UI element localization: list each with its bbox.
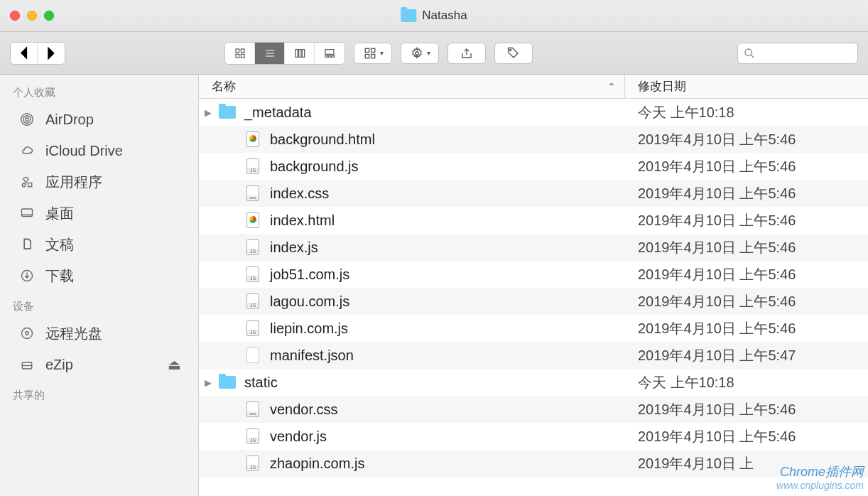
svg-rect-12	[329, 55, 331, 57]
view-icons-button[interactable]	[225, 43, 255, 64]
file-name: vendor.js	[270, 428, 327, 445]
column-headers: 名称 ⌃ 修改日期	[199, 75, 868, 99]
file-date: 2019年4月10日 上午5:46	[625, 319, 868, 338]
disclosure-triangle[interactable]: ▶	[202, 377, 215, 388]
eject-icon[interactable]: ⏏	[168, 356, 181, 373]
sidebar-item-icloud[interactable]: iCloud Drive	[0, 135, 198, 166]
name-cell: ▶_metadata	[199, 104, 625, 121]
file-name: vendor.css	[270, 401, 338, 418]
file-date: 今天 上午10:18	[625, 103, 868, 122]
share-button[interactable]	[447, 43, 486, 64]
file-date: 2019年4月10日 上午5:46	[625, 400, 868, 419]
icloud-icon	[17, 141, 37, 161]
svg-rect-16	[365, 54, 369, 58]
desktop-icon	[17, 203, 37, 223]
file-name: index.html	[270, 212, 335, 229]
sidebar-item-drive[interactable]: eZip⏏	[0, 349, 198, 380]
disclosure-triangle[interactable]: ▶	[202, 107, 215, 118]
svg-point-20	[509, 49, 511, 50]
file-date: 2019年4月10日 上午5:46	[625, 130, 868, 149]
back-button[interactable]	[11, 43, 38, 64]
column-date[interactable]: 修改日期	[625, 75, 868, 98]
sidebar-item-label: 远程光盘	[45, 324, 102, 343]
file-row[interactable]: zhaopin.com.js2019年4月10日 上	[199, 450, 868, 477]
sidebar-item-label: 应用程序	[45, 173, 102, 192]
file-row[interactable]: index.html2019年4月10日 上午5:46	[199, 207, 868, 234]
column-name[interactable]: 名称 ⌃	[199, 75, 625, 98]
sidebar-item-documents[interactable]: 文稿	[0, 229, 198, 260]
sidebar-item-disc[interactable]: 远程光盘	[0, 318, 198, 349]
file-date: 2019年4月10日 上午5:46	[625, 427, 868, 446]
svg-point-33	[26, 332, 29, 335]
action-menu-button[interactable]: ▾	[401, 43, 439, 64]
titlebar: Natasha	[0, 0, 868, 32]
sidebar-item-downloads[interactable]: 下载	[0, 260, 198, 291]
css-file-icon	[244, 185, 261, 202]
view-gallery-button[interactable]	[315, 43, 345, 64]
file-row[interactable]: liepin.com.js2019年4月10日 上午5:46	[199, 315, 868, 342]
main: 个人收藏AirDropiCloud Drive应用程序桌面文稿下载设备远程光盘e…	[0, 75, 868, 496]
html-file-icon	[244, 212, 261, 229]
view-list-button[interactable]	[255, 43, 285, 64]
search-input[interactable]	[737, 43, 858, 64]
file-row[interactable]: vendor.js2019年4月10日 上午5:46	[199, 423, 868, 450]
svg-line-22	[751, 55, 754, 58]
name-cell: vendor.css	[199, 401, 625, 418]
svg-point-24	[23, 116, 31, 124]
js-file-icon	[244, 320, 261, 337]
file-row[interactable]: background.html2019年4月10日 上午5:46	[199, 126, 868, 153]
window-title-text: Natasha	[422, 9, 467, 23]
file-row[interactable]: manifest.json2019年4月10日 上午5:47	[199, 342, 868, 369]
file-name: lagou.com.js	[270, 293, 349, 310]
file-date: 2019年4月10日 上午5:46	[625, 184, 868, 203]
name-cell: liepin.com.js	[199, 320, 625, 337]
maximize-button[interactable]	[44, 11, 54, 21]
name-cell: zhaopin.com.js	[199, 455, 625, 472]
folder-icon	[219, 374, 236, 391]
svg-rect-9	[302, 49, 304, 57]
file-row[interactable]: job51.com.js2019年4月10日 上午5:46	[199, 261, 868, 288]
toolbar: ▾ ▾	[0, 32, 868, 75]
js-file-icon	[244, 158, 261, 175]
minimize-button[interactable]	[27, 11, 37, 21]
sidebar-section-header: 共享的	[0, 380, 198, 406]
forward-button[interactable]	[38, 43, 65, 64]
sidebar-item-airdrop[interactable]: AirDrop	[0, 104, 198, 135]
file-row[interactable]: ▶static今天 上午10:18	[199, 369, 868, 396]
view-columns-button[interactable]	[285, 43, 315, 64]
file-name: index.css	[270, 185, 329, 202]
documents-icon	[17, 234, 37, 254]
html-file-icon	[244, 131, 261, 148]
svg-rect-10	[325, 49, 334, 54]
file-row[interactable]: vendor.css2019年4月10日 上午5:46	[199, 396, 868, 423]
js-file-icon	[244, 239, 261, 256]
file-row[interactable]: lagou.com.js2019年4月10日 上午5:46	[199, 288, 868, 315]
file-row[interactable]: ▶_metadata今天 上午10:18	[199, 99, 868, 126]
window-controls	[0, 11, 54, 21]
sidebar-section-header: 个人收藏	[0, 77, 198, 104]
file-date: 2019年4月10日 上午5:46	[625, 211, 868, 230]
svg-rect-8	[298, 49, 300, 57]
sidebar-item-label: iCloud Drive	[45, 143, 123, 159]
file-row[interactable]: index.js2019年4月10日 上午5:46	[199, 234, 868, 261]
sidebar-item-label: AirDrop	[45, 112, 94, 128]
disc-icon	[17, 323, 37, 343]
search-icon	[744, 48, 755, 59]
tags-button[interactable]	[494, 43, 533, 64]
group-by-button[interactable]: ▾	[354, 43, 392, 64]
file-row[interactable]: background.js2019年4月10日 上午5:46	[199, 153, 868, 180]
file-name: manifest.json	[270, 347, 354, 364]
svg-rect-17	[371, 54, 374, 58]
column-name-label: 名称	[212, 78, 236, 95]
file-name: background.html	[270, 131, 375, 148]
sidebar-item-desktop[interactable]: 桌面	[0, 198, 198, 229]
sidebar-item-label: 下载	[45, 266, 74, 286]
folder-icon	[219, 104, 236, 121]
close-button[interactable]	[10, 11, 20, 21]
apps-icon	[17, 172, 37, 192]
sidebar-item-apps[interactable]: 应用程序	[0, 166, 198, 198]
file-row[interactable]: index.css2019年4月10日 上午5:46	[199, 180, 868, 207]
file-name: zhaopin.com.js	[270, 455, 364, 472]
file-name: background.js	[270, 158, 359, 175]
svg-rect-15	[371, 48, 374, 52]
